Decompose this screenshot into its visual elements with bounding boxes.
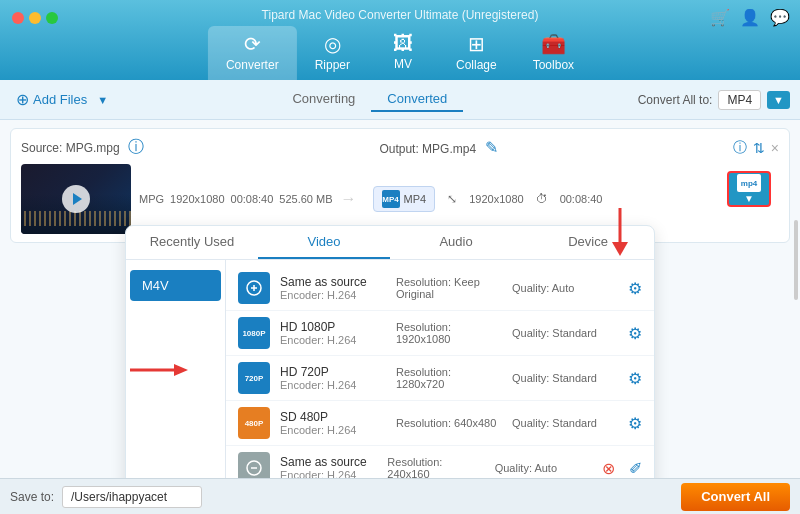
chat-icon[interactable]: 💬	[770, 8, 790, 27]
tab-collage[interactable]: ⊞ Collage	[438, 26, 515, 80]
convert-all-section: Convert All to: MP4 ▼	[638, 90, 790, 110]
tab-ripper-label: Ripper	[315, 58, 350, 72]
file-duration: 00:08:40	[231, 193, 274, 205]
file-row-header: Source: MPG.mpg ⓘ Output: MPG.mp4 ✎ ⓘ ⇅ …	[21, 137, 779, 158]
settings-icon[interactable]: ⚙	[628, 369, 642, 388]
add-files-dropdown-btn[interactable]: ▼	[93, 92, 112, 108]
tab-mv[interactable]: 🖼 MV	[368, 26, 438, 80]
format-tab-video[interactable]: Video	[258, 226, 390, 259]
format-item-details: SD 480P Encoder: H.264	[280, 410, 386, 436]
convert-all-button[interactable]: Convert All	[681, 483, 790, 511]
format-item-icon: 480P	[238, 407, 270, 439]
tab-ripper[interactable]: ◎ Ripper	[297, 26, 368, 80]
settings-icon[interactable]: ⚙	[628, 279, 642, 298]
format-item-details: HD 1080P Encoder: H.264	[280, 320, 386, 346]
list-item[interactable]: Same as source Encoder: H.264 Resolution…	[226, 446, 654, 478]
tab-mv-label: MV	[394, 57, 412, 71]
edit-item-icon[interactable]: ✐	[629, 459, 642, 478]
main-content: Source: MPG.mpg ⓘ Output: MPG.mp4 ✎ ⓘ ⇅ …	[0, 120, 800, 478]
output-resolution: 1920x1080	[469, 193, 523, 205]
close-window-btn[interactable]	[12, 12, 24, 24]
format-item-quality: Quality: Standard	[512, 417, 618, 429]
play-triangle-icon	[73, 193, 82, 205]
output-info-header: Output: MPG.mp4 ✎	[379, 138, 497, 157]
add-files-button[interactable]: ⊕ Add Files	[10, 86, 93, 113]
format-item-icon: 1080P	[238, 317, 270, 349]
format-panel-body: M4V Same as source Encoder: H.264 Resolu…	[126, 260, 654, 478]
format-tab-audio[interactable]: Audio	[390, 226, 522, 259]
output-duration: 00:08:40	[560, 193, 603, 205]
format-dropdown-highlighted-btn[interactable]: mp4 ▼	[727, 171, 771, 207]
format-item-name: SD 480P	[280, 410, 386, 424]
save-to-path[interactable]: /Users/ihappyacet	[62, 486, 202, 508]
file-row-actions: ⓘ ⇅ ×	[733, 139, 779, 157]
tab-converter[interactable]: ⟳ Converter	[208, 26, 297, 80]
format-item-resolution: Resolution: 1280x720	[396, 366, 502, 390]
scrollbar[interactable]	[794, 220, 798, 300]
format-item-icon	[238, 272, 270, 304]
file-info: MPG 1920x1080 00:08:40 525.60 MB	[139, 193, 333, 205]
edit-output-icon[interactable]: ✎	[485, 139, 498, 156]
settings-icon[interactable]: ⚙	[628, 324, 642, 343]
file-resolution: 1920x1080	[170, 193, 224, 205]
converting-tab[interactable]: Converting	[276, 87, 371, 112]
output-format-section: MP4 MP4 ⤡ 1920x1080 ⏱ 00:08:40	[373, 186, 603, 212]
clock-icon: ⏱	[536, 192, 548, 206]
format-panel-tabs: Recently Used Video Audio Device	[126, 226, 654, 260]
format-item-details: Same as source Encoder: H.264	[280, 455, 377, 478]
output-resolution-icon: ⤡	[447, 192, 457, 206]
format-item-resolution: Resolution: Keep Original	[396, 276, 502, 300]
format-item-quality: Quality: Auto	[495, 462, 592, 474]
output-format-text: MP4	[404, 193, 427, 205]
format-item-quality: Quality: Standard	[512, 372, 618, 384]
mp4-icon: MP4	[382, 190, 400, 208]
sidebar-item-m4v[interactable]: M4V	[130, 270, 221, 301]
format-tab-recently-used[interactable]: Recently Used	[126, 226, 258, 259]
format-item-quality: Quality: Auto	[512, 282, 618, 294]
toolbar: ⊕ Add Files ▼ Converting Converted Conve…	[0, 80, 800, 120]
collage-icon: ⊞	[468, 32, 485, 56]
converted-tab[interactable]: Converted	[371, 87, 463, 112]
play-button[interactable]	[62, 185, 90, 213]
convert-all-label: Convert All to:	[638, 93, 713, 107]
list-item[interactable]: 720P HD 720P Encoder: H.264 Resolution: …	[226, 356, 654, 401]
close-file-btn[interactable]: ×	[771, 140, 779, 156]
minimize-window-btn[interactable]	[29, 12, 41, 24]
format-item-details: HD 720P Encoder: H.264	[280, 365, 386, 391]
convert-format-dropdown-btn[interactable]: ▼	[767, 91, 790, 109]
format-list: Same as source Encoder: H.264 Resolution…	[226, 260, 654, 478]
video-thumbnail[interactable]	[21, 164, 131, 234]
source-info: Source: MPG.mpg ⓘ	[21, 137, 144, 158]
list-item[interactable]: 480P SD 480P Encoder: H.264 Resolution: …	[226, 401, 654, 446]
mp4-label: MP4	[382, 195, 398, 204]
format-sidebar: M4V	[126, 260, 226, 478]
plus-icon: ⊕	[16, 90, 29, 109]
tab-converter-label: Converter	[226, 58, 279, 72]
nav-tabs: ⟳ Converter ◎ Ripper 🖼 MV ⊞ Collage 🧰 To…	[208, 26, 592, 80]
format-btn-dropdown-icon: ▼	[744, 193, 754, 204]
mv-icon: 🖼	[393, 32, 413, 55]
format-item-resolution: Resolution: 1920x1080	[396, 321, 502, 345]
delete-icon[interactable]: ⊗	[602, 459, 615, 478]
file-size: 525.60 MB	[279, 193, 332, 205]
output-format-badge: MP4 MP4	[373, 186, 436, 212]
format-item-resolution: Resolution: 240x160	[387, 456, 484, 478]
format-item-name: Same as source	[280, 275, 386, 289]
info-icon[interactable]: ⓘ	[128, 138, 144, 155]
format-item-details: Same as source Encoder: H.264	[280, 275, 386, 301]
adjust-icon[interactable]: ⇅	[753, 140, 765, 156]
list-item[interactable]: Same as source Encoder: H.264 Resolution…	[226, 266, 654, 311]
cart-icon[interactable]: 🛒	[710, 8, 730, 27]
list-item[interactable]: 1080P HD 1080P Encoder: H.264 Resolution…	[226, 311, 654, 356]
format-tab-device[interactable]: Device	[522, 226, 654, 259]
bottom-bar: Save to: /Users/ihappyacet Convert All	[0, 478, 800, 514]
user-icon[interactable]: 👤	[740, 8, 760, 27]
format-btn-label: mp4	[741, 179, 757, 188]
format-item-encoder: Encoder: H.264	[280, 469, 377, 478]
maximize-window-btn[interactable]	[46, 12, 58, 24]
output-label: Output: MPG.mp4	[379, 142, 476, 156]
info-detail-icon[interactable]: ⓘ	[733, 139, 747, 157]
app-title: Tipard Mac Video Converter Ultimate (Unr…	[262, 8, 539, 22]
settings-icon[interactable]: ⚙	[628, 414, 642, 433]
tab-toolbox[interactable]: 🧰 Toolbox	[515, 26, 592, 80]
